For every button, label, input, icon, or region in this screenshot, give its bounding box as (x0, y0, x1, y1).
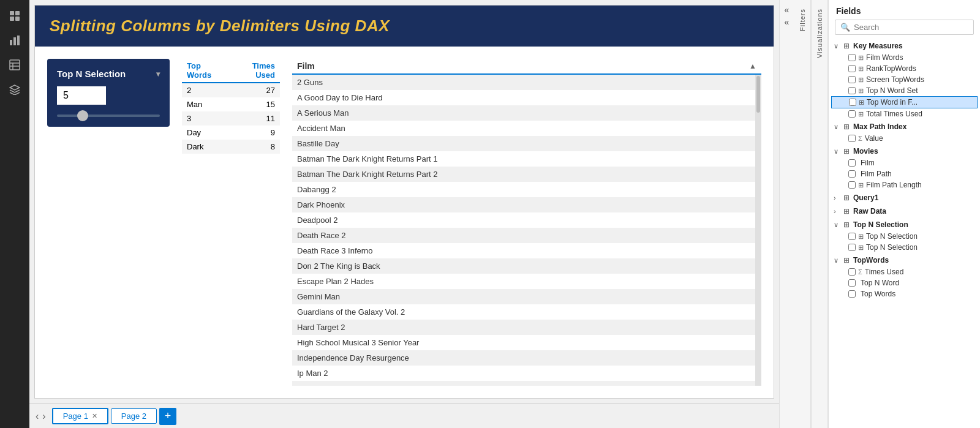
field-checkbox[interactable] (848, 54, 856, 61)
list-item[interactable]: Batman The Dark Knight Returns Part 1 (292, 151, 755, 167)
field-checkbox[interactable] (848, 290, 856, 298)
search-input[interactable] (854, 23, 968, 32)
table-icon[interactable] (4, 54, 26, 76)
field-checkbox[interactable] (848, 135, 856, 142)
tree-group-header[interactable]: ∨ ⊞ Movies (831, 145, 978, 157)
tree-item[interactable]: ⊞ Screen TopWords (831, 74, 978, 85)
collapse-right-icon[interactable]: « (785, 17, 790, 27)
tree-group-label: TopWords (853, 256, 975, 265)
page-title: Splitting Columns by Delimiters Using DA… (50, 17, 759, 36)
list-item[interactable]: Hard Target 2 (292, 320, 755, 335)
svg-rect-3 (15, 17, 20, 21)
svg-rect-7 (10, 60, 20, 70)
list-item[interactable]: A Serious Man (292, 105, 755, 121)
field-table-icon: ⊞ (858, 181, 864, 189)
list-item[interactable]: Ip Man 3 (292, 381, 755, 386)
list-item[interactable]: Don 2 The King is Back (292, 258, 755, 274)
field-checkbox[interactable] (848, 76, 856, 83)
list-item[interactable]: Ip Man 2 (292, 366, 755, 381)
list-item[interactable]: Dark Phoenix (292, 197, 755, 212)
page-tab-1[interactable]: Page 1 ✕ (52, 408, 108, 424)
fields-panel-inner: Fields 🔍 ∨ ⊞ Key Measures ⊞ Film Words ⊞… (829, 0, 980, 428)
prev-page-arrow[interactable]: ‹ (34, 411, 40, 422)
field-table-icon: ⊞ (858, 233, 864, 241)
fields-tree: ∨ ⊞ Key Measures ⊞ Film Words ⊞ RankTopW… (829, 40, 980, 428)
tree-item[interactable]: ⊞ Top N Selection (831, 242, 978, 253)
tree-group: ∨ ⊞ Key Measures ⊞ Film Words ⊞ RankTopW… (831, 40, 978, 119)
list-item[interactable]: High School Musical 3 Senior Year (292, 335, 755, 350)
tree-item[interactable]: ⊞ Top Word in F... (831, 96, 978, 108)
tree-item[interactable]: ⊞ RankTopWords (831, 63, 978, 74)
tree-item[interactable]: ⊞ Film Words (831, 52, 978, 63)
tree-item[interactable]: Top Words (831, 288, 978, 299)
tree-group-header[interactable]: › ⊞ Raw Data (831, 205, 978, 217)
bar-chart-icon[interactable] (4, 29, 26, 51)
field-checkbox[interactable] (848, 233, 856, 240)
tree-group-header[interactable]: ∨ ⊞ Top N Selection (831, 219, 978, 231)
list-item[interactable]: Independence Day Resurgence (292, 350, 755, 366)
page-tab-2[interactable]: Page 2 (111, 408, 157, 424)
tree-item-label: Top N Word (861, 279, 975, 287)
list-item[interactable]: Guardians of the Galaxy Vol. 2 (292, 304, 755, 320)
times-used-col-header[interactable]: Times Used (230, 59, 280, 83)
field-checkbox[interactable] (848, 159, 856, 167)
tree-item-label: Screen TopWords (866, 75, 975, 84)
list-item[interactable]: Deadpool 2 (292, 212, 755, 228)
tree-item[interactable]: ⊞ Top N Selection (831, 231, 978, 242)
top-n-value-input[interactable]: 5 (57, 86, 106, 105)
field-checkbox[interactable] (848, 279, 856, 287)
group-table-icon: ⊞ (843, 220, 850, 229)
chevron-down-icon[interactable]: ▾ (156, 70, 160, 78)
tree-item[interactable]: Film (831, 157, 978, 168)
tree-item[interactable]: ⊞ Top N Word Set (831, 85, 978, 96)
list-item[interactable]: Dabangg 2 (292, 182, 755, 197)
list-item[interactable]: Accident Man (292, 121, 755, 136)
field-checkbox[interactable] (849, 99, 856, 106)
field-checkbox[interactable] (848, 170, 856, 178)
tree-item[interactable]: ⊞ Film Path Length (831, 179, 978, 190)
film-col-header: Film (297, 61, 315, 71)
field-checkbox[interactable] (848, 268, 856, 276)
layers-icon[interactable] (4, 78, 26, 100)
tree-item[interactable]: ⊞ Total Times Used (831, 108, 978, 119)
page-1-close-icon[interactable]: ✕ (92, 412, 97, 420)
film-list-header: Film ▲ (292, 59, 761, 75)
field-checkbox[interactable] (848, 244, 856, 251)
sort-icon[interactable]: ▲ (749, 62, 756, 70)
list-item[interactable]: Death Race 2 (292, 228, 755, 243)
tree-item[interactable]: Film Path (831, 168, 978, 179)
fields-search-box[interactable]: 🔍 (835, 20, 974, 35)
next-page-arrow[interactable]: › (41, 411, 47, 422)
list-item[interactable]: 2 Guns (292, 75, 755, 90)
field-checkbox[interactable] (848, 65, 856, 72)
field-checkbox[interactable] (848, 87, 856, 94)
slider-thumb[interactable] (77, 110, 88, 121)
top-words-col-header[interactable]: Top Words (182, 59, 230, 83)
left-sidebar (0, 0, 29, 428)
tree-item[interactable]: Σ Times Used (831, 266, 978, 277)
tree-group-header[interactable]: ∨ ⊞ Key Measures (831, 40, 978, 52)
grid-icon[interactable] (4, 5, 26, 27)
tree-group-header[interactable]: ∨ ⊞ TopWords (831, 254, 978, 266)
fields-title: Fields (829, 0, 980, 20)
tree-item-label: Top Words (861, 290, 975, 298)
list-item[interactable]: Escape Plan 2 Hades (292, 274, 755, 289)
group-table-icon: ⊞ (843, 42, 850, 50)
field-checkbox[interactable] (848, 181, 856, 189)
tree-item[interactable]: Top N Word (831, 277, 978, 288)
add-page-button[interactable]: + (159, 408, 176, 425)
film-list-scrollbar[interactable] (755, 75, 761, 386)
list-item[interactable]: Batman The Dark Knight Returns Part 2 (292, 167, 755, 182)
page-2-label: Page 2 (121, 411, 146, 421)
list-item[interactable]: Gemini Man (292, 289, 755, 304)
tree-item[interactable]: Σ Value (831, 133, 978, 144)
tree-group-header[interactable]: › ⊞ Query1 (831, 192, 978, 204)
list-item[interactable]: Bastille Day (292, 136, 755, 151)
field-checkbox[interactable] (848, 110, 856, 118)
list-item[interactable]: A Good Day to Die Hard (292, 90, 755, 105)
tree-group-header[interactable]: ∨ ⊞ Max Path Index (831, 121, 978, 133)
collapse-left-icon[interactable]: « (785, 5, 790, 15)
fields-panel: Fields 🔍 ∨ ⊞ Key Measures ⊞ Film Words ⊞… (828, 0, 980, 428)
film-list-container: Film ▲ 2 GunsA Good Day to Die HardA Ser… (292, 59, 761, 386)
list-item[interactable]: Death Race 3 Inferno (292, 243, 755, 258)
